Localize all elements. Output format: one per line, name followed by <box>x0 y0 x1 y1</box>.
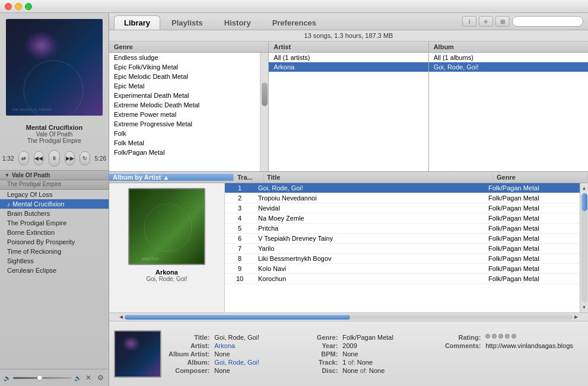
tab-preferences[interactable]: Preferences <box>262 15 326 30</box>
album-pane-header: Album <box>429 42 588 53</box>
track-title: Nevidal <box>255 203 485 213</box>
minimize-button[interactable] <box>15 3 22 10</box>
tab-history[interactable]: History <box>214 15 261 30</box>
genre-item-epic-melodic[interactable]: Epic Melodic Death Metal <box>109 72 268 81</box>
v-scrollthumb[interactable] <box>581 193 587 211</box>
now-playing-icon: ♪ <box>7 201 10 208</box>
settings-button[interactable]: ✕ <box>84 373 93 382</box>
table-row[interactable]: 2 Tropoiu Nevedannoi Folk/Pagan Metal <box>225 193 580 203</box>
track-number: 8 <box>225 254 255 263</box>
sidebar-item-legacy-of-loss[interactable]: Legacy Of Loss <box>0 190 109 199</box>
pause-button[interactable]: ⏸ <box>49 150 61 167</box>
col-header-album[interactable]: Album by Artist ▲ <box>109 174 234 181</box>
list-view-button[interactable]: ≡ <box>479 16 493 27</box>
sidebar-album-artist: Vale Of Pnath <box>5 131 104 138</box>
browser-panes: Genre Endless sludge Epic Folk/Viking Me… <box>109 42 588 172</box>
sidebar-item-time-of-reckoning[interactable]: Time of Reckoning <box>0 247 109 256</box>
table-row[interactable]: 6 V Tsepiakh Drevney Tainy Folk/Pagan Me… <box>225 234 580 244</box>
sidebar-item-mental-crucifixion[interactable]: ♪ Mental Crucifixion <box>0 199 109 209</box>
sidebar-item-poisoned-by-prosperity[interactable]: Poisoned By Prosperity <box>0 237 109 247</box>
col-header-track[interactable]: Tra... <box>234 174 263 181</box>
time-total: 5:26 <box>95 155 106 162</box>
col-header-genre[interactable]: Genre <box>493 174 588 181</box>
shuffle-button[interactable]: ⇄ <box>18 151 28 165</box>
info-button[interactable]: i <box>462 16 476 27</box>
close-button[interactable] <box>5 3 12 10</box>
sidebar-items: Legacy Of Loss ♪ Mental Crucifixion Brai… <box>0 190 109 369</box>
genre-pane-header: Genre <box>109 42 268 53</box>
track-genre: Folk/Pagan Metal <box>485 274 580 283</box>
equalizer-button[interactable]: ⚙ <box>96 373 105 382</box>
prev-button[interactable]: ◀◀ <box>34 151 44 165</box>
genre-item-epic-metal[interactable]: Epic Metal <box>109 81 268 91</box>
sidebar-album-name: The Prodigal Empire <box>5 138 104 144</box>
track-number: 1 <box>225 183 255 193</box>
genre-item-folk-metal[interactable]: Folk Metal <box>109 138 268 148</box>
search-input[interactable] <box>512 16 583 27</box>
h-scrolltrack[interactable] <box>125 315 573 320</box>
genre-pane-list: Endless sludge Epic Folk/Viking Metal Ep… <box>109 53 268 171</box>
next-button[interactable]: ▶▶ <box>65 151 75 165</box>
volume-low-icon: 🔈 <box>4 375 11 381</box>
track-genre: Folk/Pagan Metal <box>485 183 580 193</box>
window-buttons <box>5 3 32 10</box>
track-title: Tropoiu Nevedannoi <box>255 193 485 203</box>
sidebar-item-cerulean-eclipse[interactable]: Cerulean Eclipse <box>0 266 109 275</box>
v-scrolltrack[interactable] <box>581 193 587 302</box>
table-row[interactable]: 3 Nevidal Folk/Pagan Metal <box>225 203 580 213</box>
vertical-scrollbar[interactable]: ▲ ▼ <box>580 183 588 312</box>
track-title: Na Moey Zemle <box>255 213 485 223</box>
dot2 <box>492 334 497 339</box>
album-item-all[interactable]: All (1 albums) <box>429 53 588 62</box>
table-row[interactable]: 7 Yarilo Folk/Pagan Metal <box>225 244 580 254</box>
scroll-right-arrow[interactable]: ▶ <box>573 314 580 320</box>
table-row[interactable]: 1 Goi, Rode, Goi! Folk/Pagan Metal <box>225 183 580 193</box>
sidebar-item-borne-extinction[interactable]: Borne Extinction <box>0 228 109 237</box>
info-panel: Title: Goi, Rode, Goi! Genre: Folk/Pagan… <box>109 321 588 386</box>
collapse-icon: ▼ <box>5 173 9 178</box>
tab-library[interactable]: Library <box>114 15 160 30</box>
genre-item-extreme-progressive[interactable]: Extreme Progressive Metal <box>109 119 268 129</box>
h-scrollthumb[interactable] <box>125 315 350 320</box>
horizontal-scrollbar[interactable]: ◀ ▶ <box>109 312 588 321</box>
tab-playlists[interactable]: Playlists <box>161 15 213 30</box>
genre-item-folk-pagan[interactable]: Folk/Pagan Metal <box>109 148 268 157</box>
col-header-title[interactable]: Title <box>263 174 493 181</box>
genre-item-epic-folk[interactable]: Epic Folk/Viking Metal <box>109 62 268 72</box>
artist-item-all[interactable]: All (1 artists) <box>269 53 428 62</box>
svg-text:ARKONA: ARKONA <box>141 257 159 261</box>
genre-item-experimental[interactable]: Experimental Death Metal <box>109 91 268 100</box>
volume-slider[interactable] <box>13 377 72 379</box>
table-row[interactable]: 4 Na Moey Zemle Folk/Pagan Metal <box>225 213 580 224</box>
maximize-button[interactable] <box>25 3 32 10</box>
track-title: Kolo Navi <box>255 264 485 273</box>
sidebar-bottom: 🔈 🔊 ✕ ⚙ <box>0 369 109 386</box>
table-row[interactable]: 5 Pritcha Folk/Pagan Metal <box>225 224 580 234</box>
genre-item-extreme-melodic[interactable]: Extreme Melodic Death Metal <box>109 100 268 110</box>
artist-item-arkona[interactable]: Arkona <box>269 62 428 72</box>
sidebar-item-sightless[interactable]: Sightless <box>0 256 109 266</box>
table-row[interactable]: 8 Liki Bessmertnykh Bogov Folk/Pagan Met… <box>225 254 580 264</box>
artist-pane-list: All (1 artists) Arkona <box>269 53 428 171</box>
track-label: Track: <box>317 359 338 366</box>
dot5 <box>511 334 516 339</box>
table-row[interactable]: 9 Kolo Navi Folk/Pagan Metal <box>225 264 580 274</box>
sidebar-item-brain-butchers[interactable]: Brain Butchers <box>0 209 109 218</box>
scroll-left-arrow[interactable]: ◀ <box>117 314 125 320</box>
genre-item-endless-sludge[interactable]: Endless sludge <box>109 53 268 62</box>
track-genre: Folk/Pagan Metal <box>485 264 580 273</box>
scroll-up-arrow[interactable]: ▲ <box>580 184 588 192</box>
grid-view-button[interactable]: ⊞ <box>495 16 510 27</box>
bpm-value: None <box>342 350 440 358</box>
genre-item-extreme-power[interactable]: Extreme Power metal <box>109 110 268 119</box>
repeat-button[interactable]: ↻ <box>80 151 90 165</box>
album-item-goi[interactable]: Goi, Rode, Goi! <box>429 62 588 72</box>
scroll-down-arrow[interactable]: ▼ <box>580 304 588 311</box>
sidebar-item-the-prodigal-empire[interactable]: The Prodigal Empire <box>0 218 109 228</box>
genre-item-folk[interactable]: Folk <box>109 129 268 138</box>
tracklist-artist-name: Arkona Goi, Rode, Goi! <box>147 269 187 282</box>
year-label: Year: <box>317 342 338 349</box>
sidebar-section-header[interactable]: ▼ Vale Of Pnath <box>0 170 109 180</box>
table-row[interactable]: 10 Korochun Folk/Pagan Metal <box>225 274 580 284</box>
album-artist-value: None <box>214 350 312 358</box>
